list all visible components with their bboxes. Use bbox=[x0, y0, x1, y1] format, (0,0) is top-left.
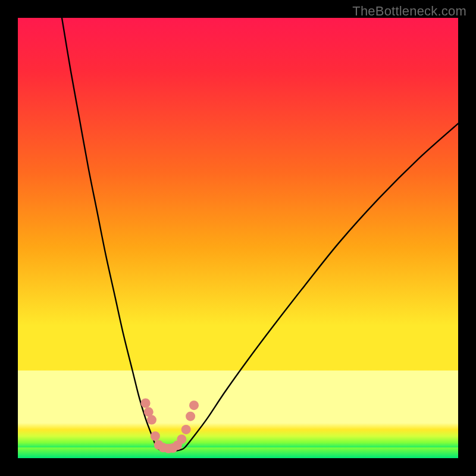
chart-viewport: TheBottleneck.com bbox=[0, 0, 476, 476]
curve-path bbox=[62, 18, 458, 451]
marker-dot bbox=[181, 425, 191, 434]
marker-dot bbox=[177, 434, 186, 444]
plot-area bbox=[18, 18, 458, 458]
marker-dot bbox=[147, 415, 156, 425]
marker-dot bbox=[189, 400, 199, 410]
bottleneck-curve bbox=[18, 18, 458, 458]
marker-dot bbox=[141, 399, 151, 408]
watermark-text: TheBottleneck.com bbox=[352, 4, 466, 19]
marker-dot bbox=[186, 412, 195, 421]
marker-dot bbox=[151, 431, 160, 441]
